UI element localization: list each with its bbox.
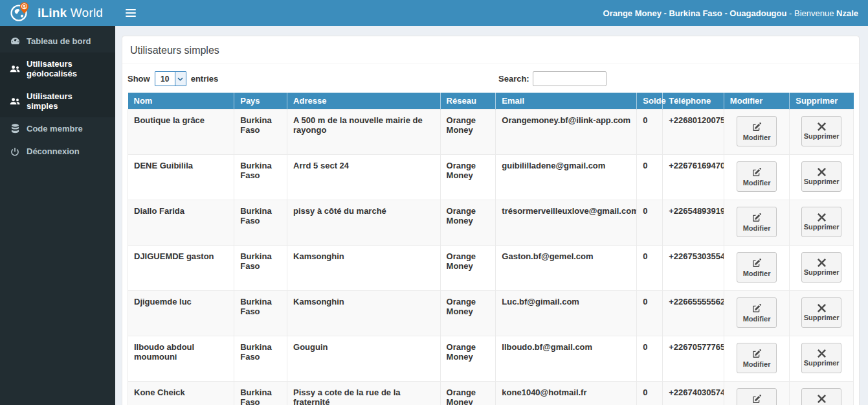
table-row: DENE Guibilila Burkina Faso Arrd 5 sect … <box>128 155 854 200</box>
modifier-button[interactable]: Modifier <box>737 343 777 373</box>
modifier-button[interactable]: Modifier <box>737 207 777 237</box>
modifier-button[interactable]: Modifier <box>737 252 777 283</box>
column-header-pays[interactable]: Pays <box>234 93 287 110</box>
edit-icon <box>751 258 762 268</box>
cell-pays: Burkina Faso <box>234 155 287 200</box>
table-controls: Show 10 entries Search: <box>122 64 859 93</box>
cell-pays: Burkina Faso <box>234 291 287 336</box>
sidebar: Tableau de bord Utilisateurs géolocalisé… <box>0 26 115 405</box>
entries-select[interactable]: 10 <box>155 71 186 86</box>
users-panel: Utilisateurs simples Show 10 entries Sea… <box>122 36 860 405</box>
cell-email: trésormerveilleuxlove@gmail.com <box>496 200 637 246</box>
cell-adresse: Gouguin <box>287 336 441 382</box>
cell-solde: 0 <box>637 382 663 405</box>
sidebar-item-code-membre[interactable]: Code membre <box>0 117 115 140</box>
cell-adresse: Arrd 5 sect 24 <box>287 155 441 200</box>
cell-solde: 0 <box>637 110 663 155</box>
sidebar-item-label: Tableau de bord <box>27 36 91 46</box>
cell-nom: Ilboudo abdoul moumouni <box>128 336 234 382</box>
supprimer-button[interactable]: Supprimer <box>801 252 841 283</box>
users-icon <box>10 65 20 73</box>
search-input[interactable] <box>533 71 606 86</box>
cell-pays: Burkina Faso <box>234 382 287 405</box>
column-header-adresse[interactable]: Adresse <box>287 93 441 110</box>
supprimer-button-label: Supprimer <box>804 359 840 367</box>
modifier-button[interactable]: Modifier <box>737 297 777 328</box>
modifier-button-label: Modifier <box>743 133 771 141</box>
cell-email: Ilboudo.bf@gmail.com <box>496 336 637 382</box>
power-icon <box>10 147 20 156</box>
table-row: Boutique la grâce Burkina Faso A 500 m d… <box>128 110 854 155</box>
delete-x-icon <box>818 349 826 358</box>
database-icon <box>10 124 20 133</box>
cell-reseau: Orange Money <box>440 291 496 336</box>
cell-solde: 0 <box>637 155 663 200</box>
column-header-modifier[interactable]: Modifier <box>724 93 789 110</box>
column-header-supprimer[interactable]: Supprimer <box>790 93 854 110</box>
cell-nom: DJIGUEMDE gaston <box>128 246 234 291</box>
delete-x-icon <box>818 395 826 403</box>
modifier-button[interactable]: Modifier <box>737 161 777 192</box>
column-header-nom[interactable]: Nom <box>128 93 234 110</box>
cell-email: kone1040@hotmail.fr <box>496 382 637 405</box>
sidebar-item-deconnexion[interactable]: Déconnexion <box>0 140 115 163</box>
edit-icon <box>751 349 762 359</box>
cell-supprimer: Supprimer <box>790 291 854 336</box>
cell-adresse: Kamsonghin <box>287 246 441 291</box>
supprimer-button-label: Supprimer <box>804 268 840 276</box>
column-header-reseau[interactable]: Réseau <box>440 93 496 110</box>
brand-name: iLink World <box>38 6 103 20</box>
cell-telephone: +22670577765 <box>663 336 724 382</box>
supprimer-button[interactable]: Supprimer <box>801 116 841 146</box>
cell-email: Orangemoney.bf@ilink-app.com <box>496 110 637 155</box>
svg-text:$: $ <box>23 4 26 10</box>
sidebar-item-label: Déconnexion <box>27 146 80 156</box>
cell-supprimer: Supprimer <box>790 382 854 405</box>
supprimer-button[interactable]: Supprimer <box>801 207 841 237</box>
app-window: $ iLink World Orange Money - Burkina Fas… <box>0 0 868 405</box>
delete-x-icon <box>818 168 826 176</box>
cell-solde: 0 <box>637 246 663 291</box>
cell-supprimer: Supprimer <box>790 200 854 246</box>
edit-icon <box>751 213 762 223</box>
cell-pays: Burkina Faso <box>234 200 287 246</box>
supprimer-button[interactable]: Supprimer <box>801 388 841 405</box>
cell-email: Luc.bf@gimail.com <box>496 291 637 336</box>
entries-label: entries <box>191 74 219 84</box>
cell-email: Gaston.bf@gemel.com <box>496 246 637 291</box>
cell-modifier: Modifier <box>724 246 789 291</box>
supprimer-button[interactable]: Supprimer <box>801 161 841 192</box>
sidebar-item-utilisateurs-geolocalises[interactable]: Utilisateurs géolocalisés <box>0 52 115 85</box>
cell-modifier: Modifier <box>724 382 789 405</box>
cell-telephone: +22680120075 <box>663 110 724 155</box>
cell-modifier: Modifier <box>724 336 789 382</box>
cell-reseau: Orange Money <box>440 110 496 155</box>
supprimer-button[interactable]: Supprimer <box>801 297 841 328</box>
edit-icon <box>751 122 762 132</box>
globe-pin-icon: $ <box>9 1 31 25</box>
sidebar-toggle-hamburger-icon[interactable] <box>124 6 137 19</box>
cell-reseau: Orange Money <box>440 200 496 246</box>
users-table: Nom Pays Adresse Réseau Email Solde Télé… <box>128 93 854 405</box>
cell-telephone: +22665555562 <box>663 291 724 336</box>
delete-x-icon <box>818 122 826 131</box>
modifier-button-label: Modifier <box>743 224 771 232</box>
table-body: Boutique la grâce Burkina Faso A 500 m d… <box>128 110 854 405</box>
sidebar-item-label: Utilisateurs géolocalisés <box>27 59 106 78</box>
cell-adresse: A 500 m de la nouvelle mairie de rayongo <box>287 110 441 155</box>
cell-pays: Burkina Faso <box>234 110 287 155</box>
modifier-button[interactable]: Modifier <box>737 116 777 146</box>
cell-nom: DENE Guibilila <box>128 155 234 200</box>
cell-reseau: Orange Money <box>440 382 496 405</box>
sidebar-item-tableau-de-bord[interactable]: Tableau de bord <box>0 30 115 52</box>
sidebar-item-utilisateurs-simples[interactable]: Utilisateurs simples <box>0 85 115 117</box>
cell-nom: Diallo Farida <box>128 200 234 246</box>
modifier-button[interactable]: Modifier <box>737 388 777 405</box>
cell-adresse: Kamsonghin <box>287 291 441 336</box>
column-header-telephone[interactable]: Téléphone <box>663 93 724 110</box>
edit-icon <box>751 167 762 178</box>
column-header-solde[interactable]: Solde <box>637 93 663 110</box>
cell-adresse: Pissy a cote de la rue de la fraternité <box>287 382 441 405</box>
column-header-email[interactable]: Email <box>496 93 637 110</box>
supprimer-button[interactable]: Supprimer <box>801 343 841 373</box>
